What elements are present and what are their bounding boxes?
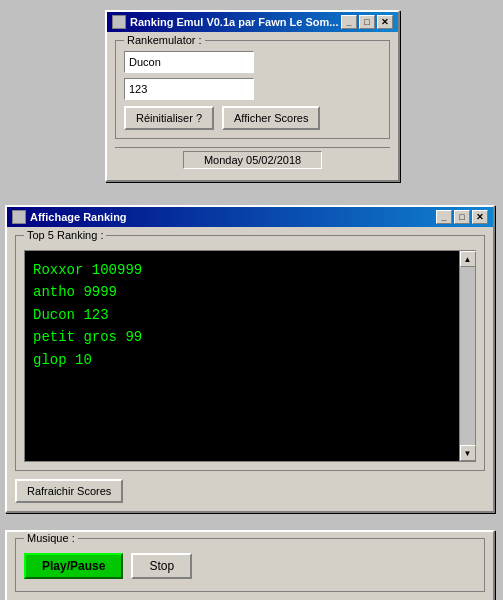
maximize-button[interactable]: □ xyxy=(359,15,375,29)
maximize-button-2[interactable]: □ xyxy=(454,210,470,224)
title-controls: _ □ ✕ xyxy=(341,15,393,29)
top-title-bar: Ranking Emul V0.1a par Fawn Le Som... _ … xyxy=(107,12,398,32)
rankemulator-group: Rankemulator : Réinitialiser ? Afficher … xyxy=(115,40,390,139)
bottom-window-content: Top 5 Ranking : Roxxor 100999antho 9999D… xyxy=(7,227,493,511)
window-icon xyxy=(112,15,126,29)
list-item: petit gros 99 xyxy=(33,326,467,348)
score-input[interactable] xyxy=(124,78,254,100)
top-window: Ranking Emul V0.1a par Fawn Le Som... _ … xyxy=(105,10,400,182)
list-item: Roxxor 100999 xyxy=(33,259,467,281)
group-label: Rankemulator : xyxy=(124,34,205,46)
scroll-down[interactable]: ▼ xyxy=(460,445,476,461)
music-content: Musique : Play/Pause Stop xyxy=(7,532,493,600)
status-date: Monday 05/02/2018 xyxy=(183,151,322,169)
stop-button[interactable]: Stop xyxy=(131,553,192,579)
list-item: Ducon 123 xyxy=(33,304,467,326)
music-buttons: Play/Pause Stop xyxy=(24,549,476,583)
title-controls-2: _ □ ✕ xyxy=(436,210,488,224)
play-pause-button[interactable]: Play/Pause xyxy=(24,553,123,579)
scrollbar[interactable]: ▲ ▼ xyxy=(459,251,475,461)
bottom-window-title: Affichage Ranking xyxy=(30,211,127,223)
top-window-content: Rankemulator : Réinitialiser ? Afficher … xyxy=(107,32,398,180)
top5-label: Top 5 Ranking : xyxy=(24,229,106,241)
scroll-up[interactable]: ▲ xyxy=(460,251,476,267)
top5-group: Top 5 Ranking : Roxxor 100999antho 9999D… xyxy=(15,235,485,471)
scores-display: Roxxor 100999antho 9999Ducon 123petit gr… xyxy=(25,251,475,461)
list-item: antho 9999 xyxy=(33,281,467,303)
refresh-button[interactable]: Rafraichir Scores xyxy=(15,479,123,503)
music-window: Musique : Play/Pause Stop xyxy=(5,530,495,600)
list-item: glop 10 xyxy=(33,349,467,371)
name-input[interactable] xyxy=(124,51,254,73)
reset-button[interactable]: Réinitialiser ? xyxy=(124,106,214,130)
minimize-button-2[interactable]: _ xyxy=(436,210,452,224)
top-window-title: Ranking Emul V0.1a par Fawn Le Som... xyxy=(130,16,338,28)
action-buttons: Réinitialiser ? Afficher Scores xyxy=(124,106,381,130)
show-scores-button[interactable]: Afficher Scores xyxy=(222,106,320,130)
close-button[interactable]: ✕ xyxy=(377,15,393,29)
close-button-2[interactable]: ✕ xyxy=(472,210,488,224)
refresh-row: Rafraichir Scores xyxy=(15,479,485,503)
window-icon-2 xyxy=(12,210,26,224)
status-bar: Monday 05/02/2018 xyxy=(115,147,390,172)
music-group: Musique : Play/Pause Stop xyxy=(15,538,485,592)
music-label: Musique : xyxy=(24,532,78,544)
scroll-track[interactable] xyxy=(460,267,475,445)
score-list: Roxxor 100999antho 9999Ducon 123petit gr… xyxy=(25,251,475,379)
minimize-button[interactable]: _ xyxy=(341,15,357,29)
bottom-window: Affichage Ranking _ □ ✕ Top 5 Ranking : … xyxy=(5,205,495,513)
bottom-title-bar: Affichage Ranking _ □ ✕ xyxy=(7,207,493,227)
